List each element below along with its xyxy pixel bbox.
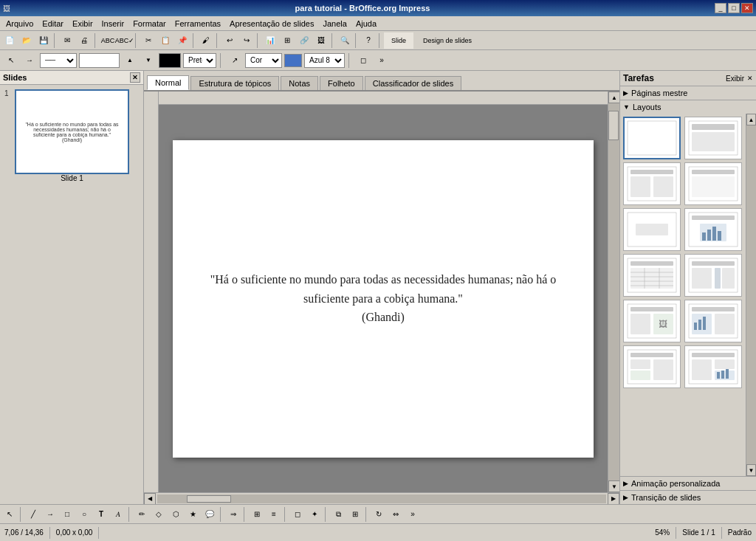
tb2-btn2[interactable]: → <box>21 52 38 69</box>
size-up[interactable]: ▲ <box>122 52 138 69</box>
tab-normal[interactable]: Normal <box>147 75 189 90</box>
slide-preview[interactable]: "Há o suficiente no mundo para todas as … <box>15 89 129 174</box>
email-btn[interactable]: ✉ <box>59 32 75 49</box>
freeform-btn[interactable]: ✏ <box>134 506 150 523</box>
copy-btn[interactable]: 📋 <box>157 32 173 49</box>
block-arrow-btn[interactable]: ⇒ <box>225 506 241 523</box>
tab-notas[interactable]: Notas <box>281 76 318 90</box>
autocorrect-btn[interactable]: ABC✓ <box>117 32 133 49</box>
fill-type-select[interactable]: Cor <box>245 53 282 68</box>
flowchart-btn[interactable]: ⬡ <box>168 506 184 523</box>
table-btn[interactable]: ⊞ <box>279 32 295 49</box>
menu-janela[interactable]: Janela <box>318 18 351 29</box>
layout-chart-text[interactable] <box>684 300 742 342</box>
menu-inserir[interactable]: Inserir <box>97 18 129 29</box>
open-btn[interactable]: 📂 <box>18 32 35 49</box>
layout-title-only[interactable] <box>684 162 742 205</box>
shadow2-btn[interactable]: ◻ <box>289 506 306 523</box>
select-tool-btn[interactable]: ↖ <box>1 506 18 523</box>
layout-11[interactable] <box>623 345 681 388</box>
maximize-button[interactable]: □ <box>728 3 740 13</box>
layout-two-col[interactable] <box>623 162 681 205</box>
tb2-btn1[interactable]: ↖ <box>3 52 19 69</box>
menu-ajuda[interactable]: Ajuda <box>351 18 381 29</box>
layout-centered[interactable] <box>623 208 681 251</box>
rotate-btn[interactable]: ↻ <box>371 506 387 523</box>
callouts-btn[interactable]: 💬 <box>202 506 218 523</box>
gallery-btn[interactable]: 🖼 <box>313 32 329 49</box>
more-draw-btn[interactable]: » <box>405 506 421 523</box>
cursor-tool-btn[interactable]: 𝐴 <box>110 506 126 523</box>
hscroll-track[interactable] <box>157 495 606 503</box>
ellipse-tool-btn[interactable]: ○ <box>76 506 92 523</box>
tasks-scroll-up[interactable]: ▲ <box>746 114 756 125</box>
stars-btn[interactable]: ★ <box>185 506 201 523</box>
color-label-select[interactable]: Preto <box>183 53 216 68</box>
layout-blank[interactable] <box>623 117 681 159</box>
menu-formatar[interactable]: Formatar <box>128 18 171 29</box>
shapes-btn[interactable]: ◇ <box>151 506 167 523</box>
tasks-scroll-track[interactable] <box>746 125 756 464</box>
exibir-label[interactable]: Exibir <box>726 75 744 83</box>
slide-canvas[interactable]: "Há o suficiente no mundo para todas as … <box>173 140 594 458</box>
horizontal-scrollbar[interactable]: ◀ ▶ <box>144 492 619 504</box>
minimize-button[interactable]: _ <box>715 3 726 13</box>
close-button[interactable]: ✕ <box>741 3 753 13</box>
ungroup-btn[interactable]: ⊞ <box>347 506 363 523</box>
spellcheck-btn[interactable]: ABC <box>100 32 116 49</box>
hyperlink-btn[interactable]: 🔗 <box>296 32 312 49</box>
text-tool-btn[interactable]: T <box>93 506 109 523</box>
scroll-track[interactable] <box>608 103 619 480</box>
scroll-down-arrow[interactable]: ▼ <box>608 480 619 492</box>
canvas-wrapper[interactable]: "Há o suficiente no mundo para todas as … <box>159 92 608 492</box>
rect-tool-btn[interactable]: □ <box>59 506 75 523</box>
help-btn[interactable]: ? <box>360 32 377 49</box>
effect-btn[interactable]: ✦ <box>306 506 323 523</box>
menu-ferramentas[interactable]: Ferramentas <box>171 18 225 29</box>
menu-exibir[interactable]: Exibir <box>68 18 97 29</box>
tab-folheto[interactable]: Folheto <box>320 76 363 90</box>
fill-color-box[interactable] <box>284 54 302 67</box>
layout-chart[interactable] <box>684 208 742 251</box>
vertical-scrollbar[interactable]: ▲ ▼ <box>608 92 619 492</box>
size-down[interactable]: ▼ <box>140 52 157 69</box>
layout-text-clip[interactable]: 🖼 <box>623 300 681 342</box>
group-btn[interactable]: ⧉ <box>330 506 346 523</box>
format-paint-btn[interactable]: 🖌 <box>198 32 214 49</box>
hscroll-left-arrow[interactable]: ◀ <box>144 493 156 505</box>
snap-btn[interactable]: ⊞ <box>249 506 265 523</box>
layouts-header[interactable]: ▼ Layouts <box>620 100 756 114</box>
save-btn[interactable]: 💾 <box>35 32 52 49</box>
chart-btn[interactable]: 📊 <box>262 32 278 49</box>
new-btn[interactable]: 📄 <box>1 32 18 49</box>
menu-arquivo[interactable]: Arquivo <box>1 18 38 29</box>
slide-btn[interactable]: Slide <box>384 32 413 49</box>
tb2-btn3[interactable]: ↗ <box>227 52 243 69</box>
arrow-tool-btn[interactable]: → <box>42 506 58 523</box>
menu-editar[interactable]: Editar <box>38 18 68 29</box>
tasks-scrollbar[interactable]: ▲ ▼ <box>746 114 756 476</box>
size-input[interactable]: 0,00cm <box>79 53 120 68</box>
align-btn[interactable]: ≡ <box>266 506 282 523</box>
hscroll-right-arrow[interactable]: ▶ <box>608 493 619 505</box>
fill-color-select[interactable]: Azul 8 <box>304 53 345 68</box>
line-color-box[interactable] <box>159 53 181 68</box>
shadow-btn[interactable]: ◻ <box>355 52 371 69</box>
tab-classificador[interactable]: Classificador de slides <box>365 76 461 90</box>
paginas-mestre-header[interactable]: ▶ Páginas mestre <box>620 86 756 100</box>
line-style-select[interactable]: ── <box>40 53 77 68</box>
slide-content[interactable]: "Há o suficiente no mundo para todas as … <box>173 241 594 356</box>
zoom-btn[interactable]: 🔍 <box>337 32 353 49</box>
tasks-scroll-down[interactable]: ▼ <box>746 464 756 476</box>
undo-btn[interactable]: ↩ <box>221 32 238 49</box>
layout-text-two-col[interactable] <box>684 254 742 297</box>
slides-close-button[interactable]: ✕ <box>130 72 140 83</box>
design-btn[interactable]: Design de slides <box>414 32 481 49</box>
scroll-up-arrow[interactable]: ▲ <box>608 92 619 103</box>
print-btn[interactable]: 🖨 <box>76 32 92 49</box>
redo-btn[interactable]: ↪ <box>238 32 255 49</box>
scroll-thumb[interactable] <box>608 111 619 140</box>
tab-estrutura[interactable]: Estrutura de tópicos <box>190 76 279 90</box>
animacao-section[interactable]: ▶ Animação personalizada <box>620 476 756 490</box>
paste-btn[interactable]: 📌 <box>174 32 190 49</box>
